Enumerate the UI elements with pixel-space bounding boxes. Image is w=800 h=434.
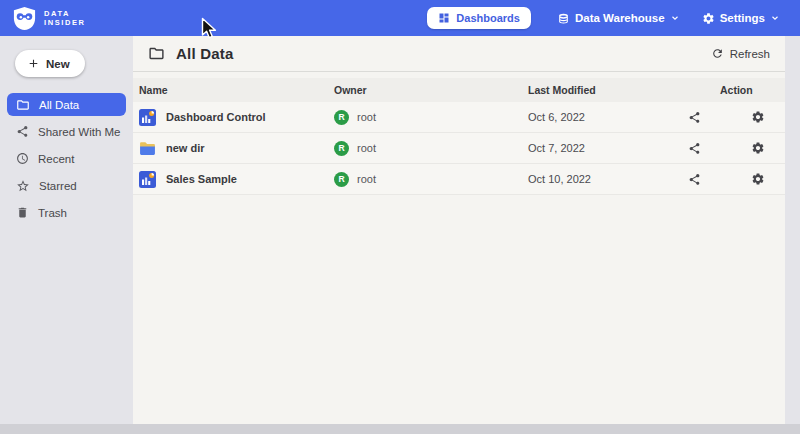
data-warehouse-label: Data Warehouse <box>575 12 665 24</box>
share-icon <box>688 173 701 186</box>
share-action-button[interactable] <box>688 142 701 155</box>
sidebar-item-starred[interactable]: Starred <box>7 174 126 197</box>
share-action-button[interactable] <box>688 173 701 186</box>
refresh-icon <box>711 47 724 60</box>
owner-badge: R <box>334 172 349 187</box>
gear-icon <box>751 172 765 186</box>
last-modified: Oct 7, 2022 <box>528 142 688 154</box>
owner-badge: R <box>334 141 349 156</box>
plus-icon <box>27 57 40 70</box>
column-header-action: Action <box>688 84 785 96</box>
share-action-button[interactable] <box>688 111 701 124</box>
logo-line2: INSIDER <box>44 18 86 27</box>
dashboards-button[interactable]: Dashboards <box>427 7 531 29</box>
page-header: All Data Refresh <box>133 36 785 72</box>
settings-label: Settings <box>720 12 765 24</box>
gear-icon <box>751 110 765 124</box>
dashboard-file-icon <box>139 109 156 126</box>
table-row[interactable]: Dashboard Control R root Oct 6, 2022 <box>133 102 785 133</box>
dashboard-file-icon <box>139 171 156 188</box>
file-name: Dashboard Control <box>166 111 266 123</box>
chevron-down-icon <box>670 13 680 23</box>
database-icon <box>557 12 570 25</box>
star-icon <box>16 179 30 193</box>
sidebar-item-label: Recent <box>38 153 74 165</box>
dashboard-icon <box>438 12 450 24</box>
file-name: new dir <box>166 142 205 154</box>
owner-name: root <box>357 142 376 154</box>
file-name: Sales Sample <box>166 173 237 185</box>
logo-line1: DATA <box>44 9 86 18</box>
folder-file-icon <box>139 140 156 157</box>
data-table: Name Owner Last Modified Action Dashboar… <box>133 78 785 195</box>
folder-icon <box>16 98 30 112</box>
sidebar-nav: All Data Shared With Me Recent Starred T… <box>0 93 133 224</box>
top-navbar: DATA INSIDER Dashboards Data Warehouse S… <box>0 0 800 36</box>
last-modified: Oct 10, 2022 <box>528 173 688 185</box>
settings-action-button[interactable] <box>751 141 765 155</box>
owner-name: root <box>357 111 376 123</box>
column-header-owner: Owner <box>334 84 528 96</box>
settings-menu[interactable]: Settings <box>702 12 780 25</box>
trash-icon <box>16 206 29 219</box>
owl-logo-icon <box>12 6 37 31</box>
share-icon <box>688 142 701 155</box>
owner-badge: R <box>334 110 349 125</box>
sidebar-item-label: Starred <box>39 180 77 192</box>
sidebar-item-trash[interactable]: Trash <box>7 201 126 224</box>
chevron-down-icon <box>770 13 780 23</box>
refresh-button[interactable]: Refresh <box>711 47 770 60</box>
settings-action-button[interactable] <box>751 110 765 124</box>
table-row[interactable]: Sales Sample R root Oct 10, 2022 <box>133 164 785 195</box>
bottom-strip <box>0 424 800 434</box>
folder-icon <box>148 45 165 62</box>
sidebar-item-all-data[interactable]: All Data <box>7 93 126 116</box>
column-header-last-modified: Last Modified <box>528 84 688 96</box>
share-icon <box>688 111 701 124</box>
gear-icon <box>702 12 715 25</box>
share-icon <box>16 125 29 138</box>
sidebar-item-recent[interactable]: Recent <box>7 147 126 170</box>
table-header: Name Owner Last Modified Action <box>133 78 785 102</box>
dashboards-label: Dashboards <box>456 12 520 24</box>
clock-icon <box>16 152 29 165</box>
sidebar-item-label: Trash <box>38 207 67 219</box>
settings-action-button[interactable] <box>751 172 765 186</box>
app-logo[interactable]: DATA INSIDER <box>12 6 86 31</box>
sidebar-item-label: Shared With Me <box>38 126 120 138</box>
column-header-name: Name <box>139 84 334 96</box>
gear-icon <box>751 141 765 155</box>
page-title: All Data <box>176 45 233 62</box>
new-button[interactable]: New <box>15 50 85 77</box>
new-button-label: New <box>46 58 70 70</box>
refresh-label: Refresh <box>730 48 770 60</box>
content-panel: All Data Refresh Name Owner Last Modifie… <box>133 36 785 424</box>
sidebar-item-label: All Data <box>39 99 79 111</box>
owner-name: root <box>357 173 376 185</box>
sidebar-item-shared-with-me[interactable]: Shared With Me <box>7 120 126 143</box>
last-modified: Oct 6, 2022 <box>528 111 688 123</box>
sidebar: New All Data Shared With Me Recent Starr… <box>0 36 133 424</box>
table-row[interactable]: new dir R root Oct 7, 2022 <box>133 133 785 164</box>
logo-text: DATA INSIDER <box>44 9 86 27</box>
data-warehouse-menu[interactable]: Data Warehouse <box>557 12 680 25</box>
